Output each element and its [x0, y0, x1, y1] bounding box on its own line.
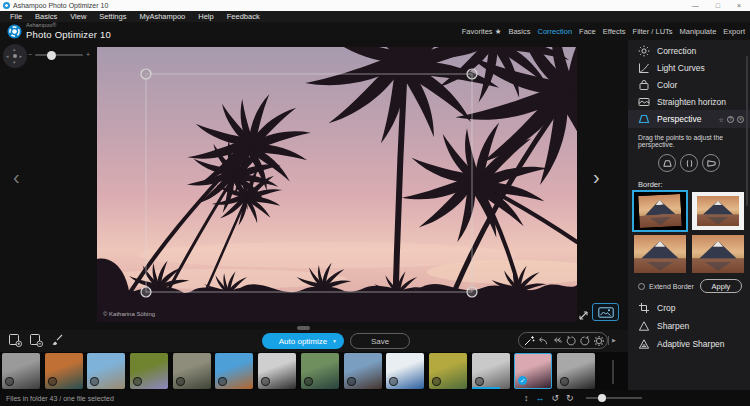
filmstrip-thumbnail-colonial-building[interactable] [472, 353, 510, 389]
undo-all-icon[interactable] [551, 335, 563, 347]
tab-favorites[interactable]: Favorites ★ [462, 27, 502, 36]
sidebar-item-straighten-horizon[interactable]: Straighten horizon [628, 93, 750, 110]
filmstrip-thumbnail-horse-carriage[interactable] [258, 353, 296, 389]
menu-feedback[interactable]: Feedback [227, 12, 260, 21]
filmstrip-thumbnail-laundry-line[interactable] [87, 353, 125, 389]
thumbnail-size-slider[interactable] [586, 397, 642, 399]
brush-icon[interactable] [50, 333, 64, 347]
sidebar-item-correction[interactable]: Correction [628, 42, 750, 59]
rotate-right-icon[interactable] [579, 335, 591, 347]
menu-myashampoo[interactable]: MyAshampoo [139, 12, 185, 21]
select-circle-icon[interactable] [218, 377, 227, 386]
zoom-out-icon[interactable]: − [28, 51, 32, 58]
collapse-panel-icon[interactable]: × [737, 116, 744, 123]
border-option-black-fill[interactable] [634, 192, 686, 230]
filmstrip-thumbnail-vintage-truck[interactable] [429, 353, 467, 389]
flip-vertical-icon[interactable]: ↕ [524, 394, 529, 403]
perspective-vertical-button[interactable] [658, 154, 676, 172]
filmstrip-scrollbar[interactable] [612, 360, 614, 384]
perspective-handle-bottom-left[interactable] [141, 287, 151, 297]
extend-border-radio[interactable] [638, 283, 645, 290]
thumbnail-size-slider-thumb[interactable] [598, 394, 606, 402]
fit-view-icon[interactable] [577, 309, 590, 322]
toolbar-more-button[interactable]: ▶ [612, 338, 616, 343]
tab-basics[interactable]: Basics [508, 27, 530, 36]
select-circle-icon[interactable] [389, 377, 398, 386]
border-option-white-border[interactable] [692, 192, 744, 230]
rotate-ccw-icon[interactable]: ↺ [552, 394, 560, 403]
zoom-slider-track[interactable] [35, 54, 83, 56]
apply-button[interactable]: Apply [700, 279, 742, 293]
menu-help[interactable]: Help [198, 12, 213, 21]
tab-filter-luts[interactable]: Filter / LUTs [633, 27, 673, 36]
tab-export[interactable]: Export [723, 27, 745, 36]
menu-settings[interactable]: Settings [99, 12, 126, 21]
menu-file[interactable]: File [10, 12, 22, 21]
select-circle-icon[interactable] [560, 377, 569, 386]
pan-control[interactable]: ▴ ▾ ◂ ▸ [3, 44, 27, 68]
filmstrip-thumbnail-harbor-town[interactable] [344, 353, 382, 389]
close-button[interactable]: × [737, 2, 741, 9]
favorite-star-icon[interactable]: ☆ [719, 116, 724, 123]
next-image-button[interactable]: › [593, 167, 600, 187]
filmstrip-thumbnail-route-66-sign[interactable] [2, 353, 40, 389]
zoom-slider[interactable]: − + [26, 48, 92, 62]
maximize-button[interactable]: □ [716, 2, 720, 9]
tab-face[interactable]: Face [579, 27, 596, 36]
border-option-extend-edges-alt[interactable] [692, 235, 744, 273]
tab-correction[interactable]: Correction [538, 27, 573, 36]
menu-view[interactable]: View [70, 12, 86, 21]
sidebar-item-adaptive-sharpen[interactable]: Adaptive Sharpen [628, 335, 750, 353]
perspective-lens-button[interactable] [680, 154, 698, 172]
select-circle-icon[interactable] [133, 377, 142, 386]
menu-basics[interactable]: Basics [35, 12, 57, 21]
filmstrip-thumbnail-santorini-dome[interactable] [386, 353, 424, 389]
undo-icon[interactable] [537, 335, 549, 347]
select-circle-icon[interactable] [432, 377, 441, 386]
minimize-button[interactable]: — [692, 2, 699, 9]
auto-optimize-button[interactable]: Auto optimize ▼ [262, 333, 344, 349]
sidebar-item-light-curves[interactable]: Light Curves [628, 59, 750, 76]
help-icon[interactable]: ? [727, 116, 734, 123]
perspective-horizontal-button[interactable] [702, 154, 720, 172]
previous-image-button[interactable]: ‹ [13, 167, 20, 187]
select-circle-icon[interactable] [304, 377, 313, 386]
filmstrip-thumbnail-palm-sunset[interactable]: ✓ [514, 353, 552, 389]
perspective-handle-bottom-right[interactable] [467, 287, 477, 297]
perspective-handle-top-left[interactable] [141, 69, 151, 79]
filmstrip-thumbnail-monument-valley[interactable] [215, 353, 253, 389]
tab-manipulate[interactable]: Manipulate [680, 27, 717, 36]
settings-gear-icon[interactable] [593, 335, 605, 347]
select-circle-icon[interactable] [48, 377, 57, 386]
magic-wand-icon[interactable] [523, 335, 535, 347]
remove-image-icon[interactable] [29, 333, 43, 347]
sidebar-item-perspective[interactable]: Perspective☆?× [628, 110, 750, 128]
select-circle-icon[interactable] [5, 377, 14, 386]
toolbar-drag-handle[interactable] [297, 326, 310, 330]
rotate-left-icon[interactable] [565, 335, 577, 347]
zoom-slider-thumb[interactable] [47, 51, 56, 60]
sidebar-item-sharpen[interactable]: Sharpen [628, 317, 750, 335]
add-image-icon[interactable] [8, 333, 22, 347]
tab-effects[interactable]: Effects [603, 27, 626, 36]
selected-check-icon[interactable]: ✓ [518, 376, 527, 385]
select-circle-icon[interactable] [261, 377, 270, 386]
select-circle-icon[interactable] [347, 377, 356, 386]
sidebar-item-crop[interactable]: Crop [628, 299, 750, 317]
filmstrip-thumbnail-wildflowers[interactable] [130, 353, 168, 389]
select-circle-icon[interactable] [475, 377, 484, 386]
sidebar-scrollbar[interactable] [746, 56, 748, 206]
border-option-extend-edges[interactable] [634, 235, 686, 273]
zoom-in-icon[interactable]: + [86, 51, 90, 58]
perspective-overlay[interactable] [97, 47, 577, 322]
rotate-cw-icon[interactable]: ↻ [566, 394, 574, 403]
auto-optimize-dropdown-icon[interactable]: ▼ [332, 338, 337, 344]
filmstrip-thumbnail-lake-boat[interactable] [301, 353, 339, 389]
select-circle-icon[interactable] [176, 377, 185, 386]
perspective-handle-top-right[interactable] [467, 69, 477, 79]
sidebar-item-color[interactable]: Color [628, 76, 750, 93]
flip-horizontal-icon[interactable]: ↔ [536, 394, 545, 403]
save-button[interactable]: Save [350, 333, 410, 349]
filmstrip-thumbnail-bw-stairs[interactable] [557, 353, 595, 389]
perspective-frame[interactable] [146, 74, 472, 292]
